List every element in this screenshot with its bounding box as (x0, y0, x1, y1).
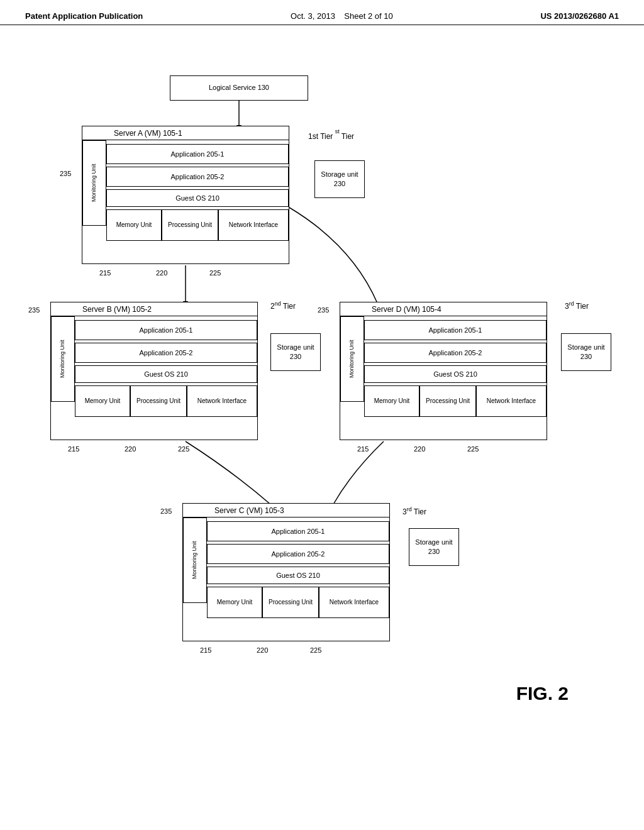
tier-1-label: 1st Tier st Tier (308, 131, 354, 141)
server-a-app1: Application 205-1 (106, 144, 289, 164)
server-c-label-220: 220 (257, 646, 268, 654)
tier-3a-label: 3rd Tier (565, 301, 589, 311)
server-b-app1: Application 205-1 (75, 320, 257, 340)
header-right: US 2013/0262680 A1 (540, 11, 619, 21)
server-b-monitor: Monitoring Unit (51, 316, 75, 402)
server-c-title: Server C (VM) 105-3 (214, 506, 284, 515)
server-c-label-235: 235 (160, 507, 172, 515)
server-d-label-215: 215 (357, 445, 369, 453)
server-c-memory: Memory Unit (207, 587, 262, 618)
server-b-memory: Memory Unit (75, 385, 130, 417)
server-b-title: Server B (VM) 105-2 (82, 305, 152, 314)
server-b-app2: Application 205-2 (75, 343, 257, 363)
server-b-label-215: 215 (68, 445, 79, 453)
page-header: Patent Application Publication Oct. 3, 2… (0, 0, 644, 25)
tier-2-label: 2nd Tier (270, 301, 296, 311)
logical-service-label: Logical Service 130 (209, 84, 269, 92)
server-c-app2: Application 205-2 (207, 544, 389, 564)
server-b-box: Server B (VM) 105-2 Monitoring Unit Appl… (50, 302, 258, 440)
tier-3b-label: 3rd Tier (402, 506, 426, 516)
logical-service-box: Logical Service 130 (170, 75, 308, 101)
server-a-label-220: 220 (156, 269, 167, 277)
server-b-guestos: Guest OS 210 (75, 365, 257, 383)
server-b-label-225: 225 (178, 445, 189, 453)
server-d-label-235: 235 (318, 306, 329, 314)
server-a-title: Server A (VM) 105-1 (114, 129, 182, 138)
server-a-box: Server A (VM) 105-1 Monitoring Unit Appl… (82, 126, 289, 264)
server-a-memory: Memory Unit (106, 209, 162, 241)
server-b-label-235: 235 (28, 306, 40, 314)
server-c-label-215: 215 (200, 646, 211, 654)
server-d-app1: Application 205-1 (364, 320, 547, 340)
server-d-memory: Memory Unit (364, 385, 419, 417)
server-a-guestos: Guest OS 210 (106, 189, 289, 207)
server-b-network: Network Interface (187, 385, 257, 417)
server-c-processing: Processing Unit (262, 587, 319, 618)
header-sheet: Sheet 2 of 10 (344, 11, 392, 21)
server-c-monitor: Monitoring Unit (183, 517, 207, 603)
server-d-monitor: Monitoring Unit (340, 316, 364, 402)
server-d-title: Server D (VM) 105-4 (372, 305, 441, 314)
storage-c-box: Storage unit 230 (409, 528, 459, 566)
server-d-label-225: 225 (467, 445, 479, 453)
server-d-network: Network Interface (476, 385, 547, 417)
server-a-label-235: 235 (60, 170, 71, 177)
server-c-box: Server C (VM) 105-3 Monitoring Unit Appl… (182, 503, 390, 641)
storage-b-box: Storage unit 230 (270, 333, 321, 371)
server-a-monitor: Monitoring Unit (82, 140, 106, 226)
server-c-network: Network Interface (319, 587, 389, 618)
server-b-processing: Processing Unit (130, 385, 187, 417)
server-c-label-225: 225 (310, 646, 321, 654)
header-center: Oct. 3, 2013 Sheet 2 of 10 (291, 11, 393, 21)
server-d-box: Server D (VM) 105-4 Monitoring Unit Appl… (340, 302, 547, 440)
diagram-area: Logical Service 130 1st Tier st Tier Ser… (0, 25, 644, 805)
server-d-app2: Application 205-2 (364, 343, 547, 363)
server-a-label-215: 215 (99, 269, 111, 277)
server-d-guestos: Guest OS 210 (364, 365, 547, 383)
server-a-processing: Processing Unit (162, 209, 218, 241)
server-c-app1: Application 205-1 (207, 521, 389, 541)
header-date: Oct. 3, 2013 (291, 11, 335, 21)
server-b-label-220: 220 (125, 445, 136, 453)
header-left: Patent Application Publication (25, 11, 143, 21)
server-c-guestos: Guest OS 210 (207, 567, 389, 584)
storage-a-box: Storage unit 230 (314, 160, 365, 198)
fig-label: FIG. 2 (516, 683, 569, 704)
server-a-network: Network Interface (218, 209, 289, 241)
server-d-label-220: 220 (414, 445, 425, 453)
server-d-processing: Processing Unit (419, 385, 476, 417)
storage-d-box: Storage unit 230 (561, 333, 611, 371)
server-a-label-225: 225 (209, 269, 221, 277)
server-a-app2: Application 205-2 (106, 167, 289, 187)
